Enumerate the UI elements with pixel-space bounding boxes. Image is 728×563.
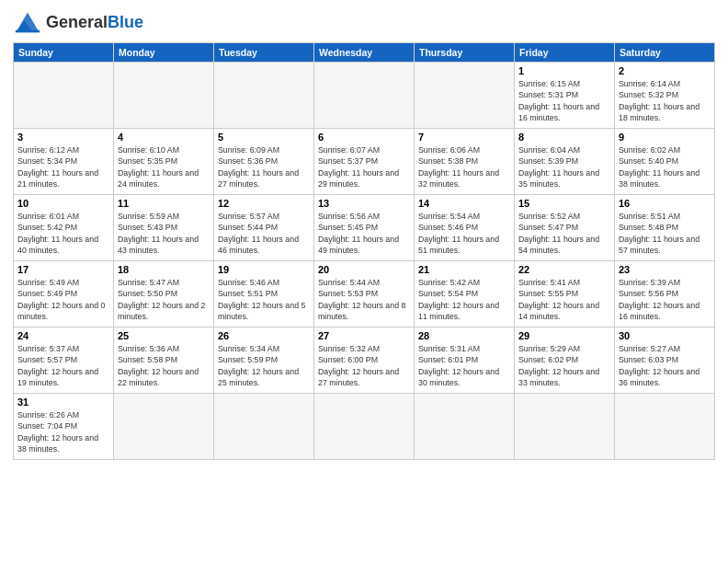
cell-day-number: 7 (418, 132, 510, 143)
cell-day-number: 6 (318, 132, 410, 143)
calendar-cell: 30Sunrise: 5:27 AM Sunset: 6:03 PM Dayli… (615, 327, 715, 394)
cell-day-number: 13 (318, 198, 410, 209)
cell-sun-info: Sunrise: 5:32 AM Sunset: 6:00 PM Dayligh… (318, 343, 410, 388)
cell-sun-info: Sunrise: 6:07 AM Sunset: 5:37 PM Dayligh… (318, 144, 410, 190)
calendar-cell: 10Sunrise: 6:01 AM Sunset: 5:42 PM Dayli… (14, 195, 114, 261)
cell-sun-info: Sunrise: 5:59 AM Sunset: 5:43 PM Dayligh… (118, 211, 210, 256)
weekday-header-tuesday: Tuesday (214, 43, 314, 63)
calendar-cell: 22Sunrise: 5:41 AM Sunset: 5:55 PM Dayli… (515, 261, 615, 327)
cell-day-number: 16 (619, 198, 711, 209)
cell-day-number: 14 (418, 198, 510, 209)
calendar-cell: 7Sunrise: 6:06 AM Sunset: 5:38 PM Daylig… (415, 129, 515, 195)
svg-rect-2 (16, 30, 40, 33)
calendar-cell: 20Sunrise: 5:44 AM Sunset: 5:53 PM Dayli… (314, 261, 415, 327)
cell-day-number: 10 (17, 198, 109, 209)
cell-day-number: 28 (418, 330, 510, 341)
calendar-cell: 23Sunrise: 5:39 AM Sunset: 5:56 PM Dayli… (615, 261, 715, 327)
calendar-cell: 27Sunrise: 5:32 AM Sunset: 6:00 PM Dayli… (314, 327, 415, 394)
cell-sun-info: Sunrise: 5:54 AM Sunset: 5:46 PM Dayligh… (418, 211, 510, 256)
cell-day-number: 24 (17, 330, 109, 341)
calendar-cell (515, 394, 615, 460)
cell-day-number: 2 (619, 65, 711, 76)
cell-day-number: 22 (518, 264, 610, 275)
cell-day-number: 4 (118, 132, 210, 143)
cell-sun-info: Sunrise: 5:44 AM Sunset: 5:53 PM Dayligh… (318, 277, 410, 322)
calendar-cell: 29Sunrise: 5:29 AM Sunset: 6:02 PM Dayli… (515, 327, 615, 394)
logo-text: GeneralBlue (46, 14, 143, 30)
cell-day-number: 8 (518, 132, 610, 143)
weekday-header-wednesday: Wednesday (314, 43, 415, 63)
cell-sun-info: Sunrise: 5:29 AM Sunset: 6:02 PM Dayligh… (518, 343, 610, 388)
cell-sun-info: Sunrise: 5:51 AM Sunset: 5:48 PM Dayligh… (619, 211, 711, 256)
cell-sun-info: Sunrise: 6:04 AM Sunset: 5:39 PM Dayligh… (518, 144, 610, 190)
calendar-cell (415, 63, 515, 129)
calendar-cell: 26Sunrise: 5:34 AM Sunset: 5:59 PM Dayli… (214, 327, 314, 394)
calendar-cell: 14Sunrise: 5:54 AM Sunset: 5:46 PM Dayli… (415, 195, 515, 261)
cell-day-number: 30 (619, 330, 711, 341)
cell-sun-info: Sunrise: 5:37 AM Sunset: 5:57 PM Dayligh… (17, 343, 109, 388)
calendar-cell (214, 394, 314, 460)
calendar-cell: 8Sunrise: 6:04 AM Sunset: 5:39 PM Daylig… (515, 129, 615, 195)
cell-sun-info: Sunrise: 5:41 AM Sunset: 5:55 PM Dayligh… (518, 277, 610, 322)
weekday-header-sunday: Sunday (14, 43, 114, 63)
cell-day-number: 21 (418, 264, 510, 275)
cell-sun-info: Sunrise: 6:12 AM Sunset: 5:34 PM Dayligh… (17, 144, 109, 190)
page-header: GeneralBlue (13, 9, 715, 35)
calendar-cell: 16Sunrise: 5:51 AM Sunset: 5:48 PM Dayli… (615, 195, 715, 261)
cell-sun-info: Sunrise: 5:39 AM Sunset: 5:56 PM Dayligh… (619, 277, 711, 322)
cell-day-number: 1 (518, 65, 610, 76)
calendar-cell: 5Sunrise: 6:09 AM Sunset: 5:36 PM Daylig… (214, 129, 314, 195)
calendar-cell (415, 394, 515, 460)
calendar-table: SundayMondayTuesdayWednesdayThursdayFrid… (13, 42, 715, 460)
cell-day-number: 5 (218, 132, 310, 143)
cell-day-number: 31 (17, 396, 109, 408)
calendar-cell: 9Sunrise: 6:02 AM Sunset: 5:40 PM Daylig… (615, 129, 715, 195)
calendar-cell (615, 394, 715, 460)
calendar-cell (314, 394, 415, 460)
calendar-cell: 13Sunrise: 5:56 AM Sunset: 5:45 PM Dayli… (314, 195, 415, 261)
calendar-cell: 25Sunrise: 5:36 AM Sunset: 5:58 PM Dayli… (114, 327, 214, 394)
logo-icon (13, 9, 42, 35)
calendar-cell: 2Sunrise: 6:14 AM Sunset: 5:32 PM Daylig… (615, 63, 715, 129)
cell-sun-info: Sunrise: 5:34 AM Sunset: 5:59 PM Dayligh… (218, 343, 310, 388)
cell-day-number: 18 (118, 264, 210, 275)
cell-sun-info: Sunrise: 6:14 AM Sunset: 5:32 PM Dayligh… (619, 78, 711, 123)
cell-sun-info: Sunrise: 6:10 AM Sunset: 5:35 PM Dayligh… (118, 144, 210, 190)
cell-sun-info: Sunrise: 5:57 AM Sunset: 5:44 PM Dayligh… (218, 211, 310, 256)
weekday-header-friday: Friday (515, 43, 615, 63)
calendar-cell (214, 63, 314, 129)
cell-day-number: 15 (518, 198, 610, 209)
calendar-cell: 28Sunrise: 5:31 AM Sunset: 6:01 PM Dayli… (415, 327, 515, 394)
calendar-cell: 3Sunrise: 6:12 AM Sunset: 5:34 PM Daylig… (14, 129, 114, 195)
logo: GeneralBlue (13, 9, 143, 35)
cell-day-number: 11 (118, 198, 210, 209)
calendar-cell: 21Sunrise: 5:42 AM Sunset: 5:54 PM Dayli… (415, 261, 515, 327)
calendar-cell (14, 63, 114, 129)
cell-day-number: 20 (318, 264, 410, 275)
cell-sun-info: Sunrise: 6:15 AM Sunset: 5:31 PM Dayligh… (518, 78, 610, 123)
cell-day-number: 3 (17, 132, 109, 143)
calendar-cell: 19Sunrise: 5:46 AM Sunset: 5:51 PM Dayli… (214, 261, 314, 327)
calendar-cell: 4Sunrise: 6:10 AM Sunset: 5:35 PM Daylig… (114, 129, 214, 195)
cell-day-number: 9 (619, 132, 711, 143)
calendar-cell: 18Sunrise: 5:47 AM Sunset: 5:50 PM Dayli… (114, 261, 214, 327)
weekday-header-thursday: Thursday (415, 43, 515, 63)
calendar-cell: 17Sunrise: 5:49 AM Sunset: 5:49 PM Dayli… (14, 261, 114, 327)
cell-day-number: 19 (218, 264, 310, 275)
calendar-cell: 24Sunrise: 5:37 AM Sunset: 5:57 PM Dayli… (14, 327, 114, 394)
calendar-cell (114, 63, 214, 129)
cell-day-number: 27 (318, 330, 410, 341)
cell-day-number: 17 (17, 264, 109, 275)
cell-sun-info: Sunrise: 5:47 AM Sunset: 5:50 PM Dayligh… (118, 277, 210, 322)
cell-sun-info: Sunrise: 5:56 AM Sunset: 5:45 PM Dayligh… (318, 211, 410, 256)
calendar-cell: 6Sunrise: 6:07 AM Sunset: 5:37 PM Daylig… (314, 129, 415, 195)
weekday-header-monday: Monday (114, 43, 214, 63)
cell-day-number: 25 (118, 330, 210, 341)
cell-sun-info: Sunrise: 5:36 AM Sunset: 5:58 PM Dayligh… (118, 343, 210, 388)
calendar-cell: 15Sunrise: 5:52 AM Sunset: 5:47 PM Dayli… (515, 195, 615, 261)
cell-sun-info: Sunrise: 6:09 AM Sunset: 5:36 PM Dayligh… (218, 144, 310, 190)
cell-sun-info: Sunrise: 5:27 AM Sunset: 6:03 PM Dayligh… (619, 343, 711, 388)
cell-sun-info: Sunrise: 6:02 AM Sunset: 5:40 PM Dayligh… (619, 144, 711, 190)
cell-sun-info: Sunrise: 5:31 AM Sunset: 6:01 PM Dayligh… (418, 343, 510, 388)
weekday-header-saturday: Saturday (615, 43, 715, 63)
